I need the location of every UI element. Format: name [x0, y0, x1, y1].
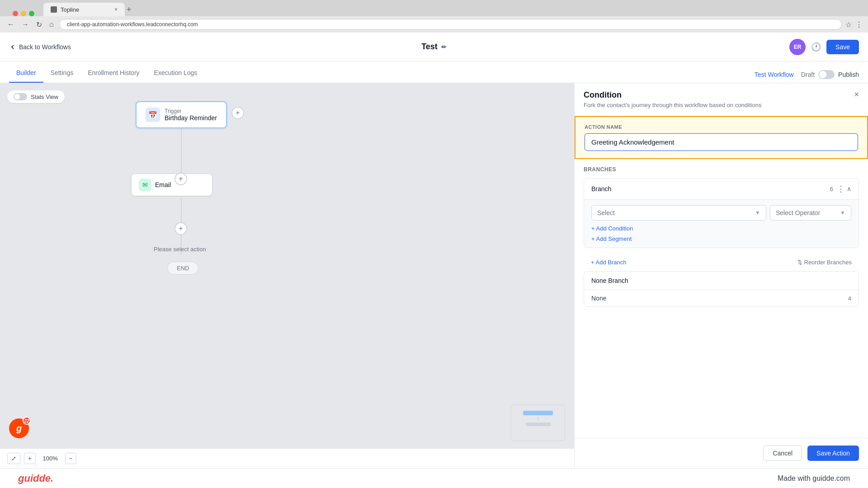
- user-avatar[interactable]: ER: [789, 39, 806, 55]
- branch-card: Branch 6 ⋮ ∧ Select ▼ Select Operator: [584, 178, 859, 248]
- email-icon: ✉: [139, 178, 151, 191]
- add-segment-button[interactable]: + Add Segment: [591, 235, 632, 242]
- browser-tab[interactable]: Topline ×: [43, 3, 125, 16]
- panel-close-button[interactable]: ×: [854, 90, 859, 99]
- home-button[interactable]: ⌂: [47, 19, 56, 30]
- new-tab-button[interactable]: +: [127, 3, 132, 16]
- trigger-node-info: Trigger Birthday Reminder: [165, 108, 217, 122]
- address-bar[interactable]: client-app-automation-workflows.leadconn…: [59, 19, 842, 30]
- forward-button[interactable]: →: [20, 19, 31, 30]
- avatar-initials: ER: [794, 44, 802, 50]
- none-count: 4: [848, 295, 851, 302]
- branch-count: 6: [830, 186, 833, 192]
- traffic-light-red[interactable]: [13, 11, 18, 16]
- g2-badge[interactable]: g 22: [9, 418, 32, 441]
- select-operator-label: Select Operator: [776, 209, 820, 216]
- publish-label: Publish: [838, 71, 859, 78]
- select-condition-input[interactable]: Select ▼: [591, 205, 766, 221]
- add-branch-button[interactable]: + Add Branch: [591, 259, 626, 266]
- none-value: None: [591, 295, 606, 302]
- action-name-input[interactable]: [585, 133, 858, 151]
- back-to-workflows-button[interactable]: Back to Workflows: [9, 43, 71, 51]
- tab-settings[interactable]: Settings: [43, 64, 81, 83]
- panel-header: Condition Fork the contact's journey thr…: [575, 83, 868, 116]
- mini-map: [511, 405, 565, 441]
- add-between-trigger-email[interactable]: +: [175, 173, 187, 185]
- trigger-node[interactable]: 📅 Trigger Birthday Reminder: [136, 101, 227, 128]
- cancel-button[interactable]: Cancel: [763, 446, 802, 461]
- panel-footer: Cancel Save Action: [575, 438, 868, 468]
- test-workflow-button[interactable]: Test Workflow: [755, 71, 794, 78]
- none-branch-header: None Branch: [584, 272, 859, 290]
- branch-body: Select ▼ Select Operator ▼ + Add Conditi…: [584, 199, 859, 248]
- workflow-title: Test ✏: [421, 42, 447, 52]
- save-button[interactable]: Save: [826, 40, 859, 54]
- add-node-button[interactable]: +: [231, 107, 244, 119]
- add-condition-button[interactable]: + Add Condition: [591, 225, 633, 232]
- guidde-made-with-text: Made with guidde.com: [778, 474, 850, 483]
- zoom-in-button[interactable]: +: [24, 453, 36, 464]
- tab-enrollment-history[interactable]: Enrollment History: [80, 64, 146, 83]
- reorder-branches-button[interactable]: ⇅ Reorder Branches: [797, 259, 852, 266]
- connector-line-2: [181, 198, 182, 225]
- panel-title: Condition: [584, 90, 761, 100]
- toggle-knob: [819, 71, 826, 78]
- zoom-level: 100%: [39, 455, 61, 462]
- header-right: ER 🕐 Save: [789, 39, 859, 55]
- workflow-canvas: 📅 Trigger Birthday Reminder + + ✉ Email …: [0, 83, 574, 468]
- trigger-label: Trigger: [165, 108, 217, 114]
- back-button[interactable]: ←: [5, 19, 16, 30]
- select-operator-arrow: ▼: [840, 210, 845, 216]
- zoom-out-button[interactable]: −: [65, 453, 77, 464]
- canvas-bottom-bar: ⤢ + 100% −: [0, 448, 574, 468]
- tab-execution-logs[interactable]: Execution Logs: [147, 64, 205, 83]
- back-label: Back to Workflows: [19, 43, 71, 51]
- panel-title-group: Condition Fork the contact's journey thr…: [584, 90, 761, 108]
- refresh-button[interactable]: ↻: [34, 19, 44, 31]
- tab-label: Topline: [61, 6, 79, 13]
- branch-menu-icon[interactable]: ⋮: [837, 184, 845, 194]
- draft-publish-toggle-group: Draft Publish: [801, 70, 859, 79]
- branch-header[interactable]: Branch 6 ⋮ ∧: [584, 178, 859, 199]
- branch-actions: + Add Branch ⇅ Reorder Branches: [584, 253, 859, 271]
- none-branch-body: None 4: [584, 290, 859, 306]
- draft-publish-toggle[interactable]: [818, 70, 835, 79]
- bookmark-icon[interactable]: ☆: [845, 20, 852, 29]
- app-header: Back to Workflows Test ✏ ER 🕐 Save: [0, 33, 868, 61]
- tab-close-icon[interactable]: ×: [114, 6, 118, 13]
- main-content: Stats View 📅 Trigger Birthday Reminder +…: [0, 83, 868, 468]
- trigger-name: Birthday Reminder: [165, 114, 217, 122]
- canvas-area[interactable]: Stats View 📅 Trigger Birthday Reminder +…: [0, 83, 574, 468]
- traffic-light-yellow[interactable]: [21, 11, 26, 16]
- add-between-email-end[interactable]: +: [175, 222, 187, 235]
- traffic-light-green[interactable]: [29, 11, 34, 16]
- tab-favicon: [51, 6, 57, 13]
- connector-line-1: [181, 124, 182, 173]
- panel-body: BRANCHES Branch 6 ⋮ ∧ Select ▼: [575, 159, 868, 438]
- select-condition-arrow: ▼: [755, 210, 760, 216]
- please-select-label: Please select action: [154, 246, 206, 253]
- branch-collapse-icon[interactable]: ∧: [847, 185, 851, 192]
- email-node[interactable]: ✉ Email: [131, 174, 212, 196]
- clock-icon[interactable]: 🕐: [811, 42, 821, 52]
- settings-icon[interactable]: ⋮: [855, 20, 863, 29]
- trigger-icon: 📅: [146, 108, 160, 122]
- g2-circle: g 22: [9, 418, 29, 438]
- action-name-label: ACTION NAME: [585, 124, 858, 130]
- branch-name: Branch: [591, 185, 830, 192]
- select-operator-input[interactable]: Select Operator ▼: [770, 205, 851, 221]
- g2-notification-count: 22: [23, 417, 31, 425]
- url-text: client-app-automation-workflows.leadconn…: [67, 21, 198, 28]
- action-name-section: ACTION NAME: [575, 116, 868, 159]
- select-condition-label: Select: [597, 209, 615, 216]
- branches-label: BRANCHES: [584, 166, 859, 173]
- guidde-footer: guidde. Made with guidde.com: [0, 468, 868, 488]
- right-panel: Condition Fork the contact's journey thr…: [574, 83, 868, 468]
- email-label: Email: [155, 181, 171, 188]
- none-branch-card: None Branch None 4: [584, 271, 859, 307]
- tab-builder[interactable]: Builder: [9, 64, 43, 83]
- edit-title-icon[interactable]: ✏: [441, 43, 447, 51]
- save-action-button[interactable]: Save Action: [807, 446, 859, 461]
- draft-label: Draft: [801, 71, 815, 78]
- fit-view-button[interactable]: ⤢: [7, 453, 20, 464]
